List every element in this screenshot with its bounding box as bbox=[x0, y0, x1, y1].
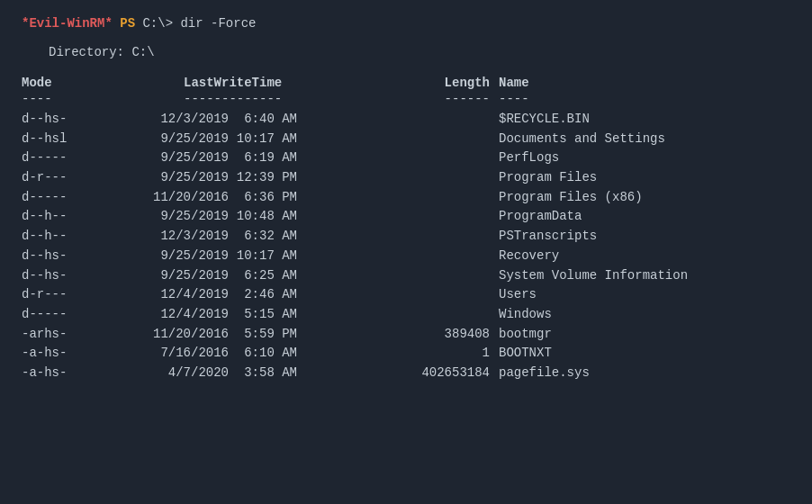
cell-length bbox=[400, 247, 499, 266]
directory-line: Directory: C:\ bbox=[49, 45, 790, 59]
cell-length bbox=[400, 168, 499, 188]
cell-mode: d-r--- bbox=[22, 285, 130, 305]
cell-name: Program Files bbox=[499, 168, 790, 188]
cell-name: Users bbox=[499, 285, 790, 305]
cell-mode: d--hsl bbox=[22, 130, 130, 149]
table-row: d----- 9/25/2019 6:19 AM PerfLogs bbox=[22, 148, 790, 168]
command-text: C:\> dir -Force bbox=[135, 16, 256, 31]
cell-name: PSTranscripts bbox=[499, 227, 790, 247]
table-row: d----- 11/20/2016 6:36 PM Program Files … bbox=[22, 188, 790, 208]
cell-lwt: 11/20/2016 6:36 PM bbox=[130, 188, 400, 208]
table-row: d----- 12/4/2019 5:15 AM Windows bbox=[22, 305, 790, 325]
cell-mode: d-r--- bbox=[22, 168, 130, 188]
cell-length bbox=[400, 266, 499, 286]
cell-mode: d--hs- bbox=[22, 110, 130, 130]
cell-length bbox=[400, 285, 499, 305]
cell-length: 1 bbox=[400, 344, 499, 364]
cell-mode: d----- bbox=[22, 188, 130, 208]
directory-label: Directory: C:\ bbox=[49, 45, 155, 59]
cell-mode: d----- bbox=[22, 148, 130, 168]
cell-length bbox=[400, 130, 499, 149]
table-row: -arhs- 11/20/2016 5:59 PM 389408 bootmgr bbox=[22, 325, 790, 345]
cell-name: Windows bbox=[499, 305, 790, 325]
cell-length: 402653184 bbox=[400, 364, 499, 383]
divider-length: ------ bbox=[400, 92, 499, 106]
cell-length: 389408 bbox=[400, 325, 499, 345]
divider-lwt: ------------- bbox=[130, 92, 400, 106]
cell-lwt: 9/25/2019 6:19 AM bbox=[130, 148, 400, 168]
table-row: d--hs- 12/3/2019 6:40 AM $RECYCLE.BIN bbox=[22, 110, 790, 130]
cell-length bbox=[400, 148, 499, 168]
cell-lwt: 12/4/2019 2:46 AM bbox=[130, 285, 400, 305]
cell-name: ProgramData bbox=[499, 207, 790, 227]
cell-lwt: 11/20/2016 5:59 PM bbox=[130, 325, 400, 345]
cell-name: Program Files (x86) bbox=[499, 188, 790, 208]
cell-mode: d--hs- bbox=[22, 266, 130, 286]
evil-winrm-label: *Evil-WinRM* bbox=[22, 16, 113, 31]
table-row: d-r--- 9/25/2019 12:39 PM Program Files bbox=[22, 168, 790, 188]
cell-lwt: 9/25/2019 10:48 AM bbox=[130, 207, 400, 227]
cell-mode: d----- bbox=[22, 305, 130, 325]
cell-lwt: 9/25/2019 12:39 PM bbox=[130, 168, 400, 188]
ps-label: PS bbox=[113, 16, 135, 31]
divider-mode: ---- bbox=[22, 92, 130, 106]
header-dividers: ---- ------------- ------ ---- bbox=[22, 92, 790, 106]
table-row: -a-hs- 7/16/2016 6:10 AM 1 BOOTNXT bbox=[22, 344, 790, 364]
cell-lwt: 9/25/2019 10:17 AM bbox=[130, 247, 400, 266]
cell-lwt: 12/4/2019 5:15 AM bbox=[130, 305, 400, 325]
cell-lwt: 12/3/2019 6:40 AM bbox=[130, 110, 400, 130]
cell-lwt: 9/25/2019 6:25 AM bbox=[130, 266, 400, 286]
header-lwt: LastWriteTime bbox=[130, 76, 400, 90]
table-row: -a-hs- 4/7/2020 3:58 AM 402653184 pagefi… bbox=[22, 364, 790, 383]
cell-length bbox=[400, 207, 499, 227]
header-length: Length bbox=[400, 76, 499, 90]
cell-mode: -a-hs- bbox=[22, 364, 130, 383]
cell-name: System Volume Information bbox=[499, 266, 790, 286]
cell-mode: -a-hs- bbox=[22, 344, 130, 364]
header-name: Name bbox=[499, 76, 790, 90]
table-row: d--hsl 9/25/2019 10:17 AM Documents and … bbox=[22, 130, 790, 149]
cell-length bbox=[400, 305, 499, 325]
cell-name: Documents and Settings bbox=[499, 130, 790, 149]
cell-name: Recovery bbox=[499, 247, 790, 266]
table-header: Mode LastWriteTime Length Name bbox=[22, 76, 790, 90]
header-mode: Mode bbox=[22, 76, 130, 90]
prompt-line: *Evil-WinRM* PS C:\> dir -Force bbox=[22, 16, 790, 31]
cell-name: $RECYCLE.BIN bbox=[499, 110, 790, 130]
table-row: d--hs- 9/25/2019 6:25 AM System Volume I… bbox=[22, 266, 790, 286]
cell-lwt: 7/16/2016 6:10 AM bbox=[130, 344, 400, 364]
cell-mode: -arhs- bbox=[22, 325, 130, 345]
cell-name: PerfLogs bbox=[499, 148, 790, 168]
cell-length bbox=[400, 188, 499, 208]
table-row: d--hs- 9/25/2019 10:17 AM Recovery bbox=[22, 247, 790, 266]
cell-length bbox=[400, 110, 499, 130]
table-row: d-r--- 12/4/2019 2:46 AM Users bbox=[22, 285, 790, 305]
cell-name: pagefile.sys bbox=[499, 364, 790, 383]
cell-name: BOOTNXT bbox=[499, 344, 790, 364]
cell-mode: d--hs- bbox=[22, 247, 130, 266]
table-row: d--h-- 9/25/2019 10:48 AM ProgramData bbox=[22, 207, 790, 227]
table-row: d--h-- 12/3/2019 6:32 AM PSTranscripts bbox=[22, 227, 790, 247]
file-table: Mode LastWriteTime Length Name ---- ----… bbox=[22, 76, 790, 383]
cell-lwt: 4/7/2020 3:58 AM bbox=[130, 364, 400, 383]
table-rows: d--hs- 12/3/2019 6:40 AM $RECYCLE.BIN d-… bbox=[22, 110, 790, 383]
cell-name: bootmgr bbox=[499, 325, 790, 345]
cell-lwt: 9/25/2019 10:17 AM bbox=[130, 130, 400, 149]
cell-lwt: 12/3/2019 6:32 AM bbox=[130, 227, 400, 247]
cell-length bbox=[400, 227, 499, 247]
cell-mode: d--h-- bbox=[22, 227, 130, 247]
divider-name: ---- bbox=[499, 92, 790, 106]
cell-mode: d--h-- bbox=[22, 207, 130, 227]
